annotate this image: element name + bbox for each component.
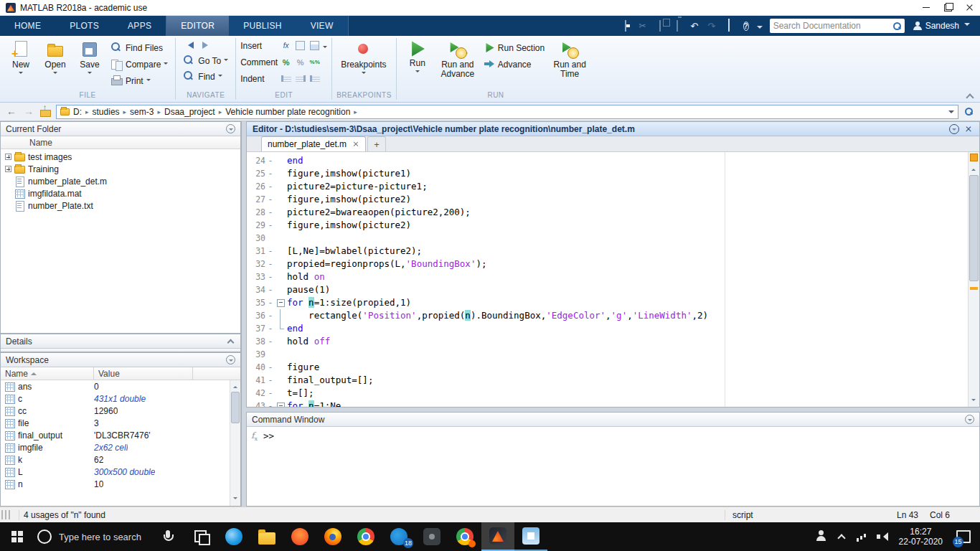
code-line[interactable]: 31-[L,Ne]=bwlabel(picture2);: [247, 245, 979, 258]
edge-icon[interactable]: [217, 522, 250, 551]
workspace-row[interactable]: final_output'DL3CBR7476': [1, 429, 240, 441]
scroll-down-icon[interactable]: [230, 495, 240, 506]
editor-scrollbar[interactable]: [968, 152, 979, 407]
run-and-time-button[interactable]: Run and Time: [549, 37, 590, 90]
forward-icon[interactable]: [22, 105, 36, 118]
code-analyzer-indicator[interactable]: [970, 154, 978, 161]
start-button[interactable]: [0, 522, 34, 551]
back-icon[interactable]: [183, 39, 196, 51]
run-and-advance-button[interactable]: Run and Advance: [435, 37, 480, 90]
clock[interactable]: 16:27 22-07-2020: [893, 527, 948, 547]
find-files-button[interactable]: Find Files: [108, 40, 171, 55]
workspace-row[interactable]: k62: [1, 453, 240, 466]
breadcrumb-segment[interactable]: Dsaa_project: [163, 107, 217, 117]
network-icon[interactable]: [853, 527, 870, 547]
fold-marker[interactable]: [275, 322, 287, 335]
scrollbar-thumb[interactable]: [231, 392, 240, 423]
code-line[interactable]: 29-figure,imshow(picture2): [247, 219, 979, 232]
fold-marker[interactable]: [275, 400, 287, 407]
up-one-level-icon[interactable]: [39, 105, 53, 118]
ribbon-tab-publish[interactable]: PUBLISH: [229, 16, 296, 36]
folder-item[interactable]: test images: [1, 151, 240, 163]
code-line[interactable]: 43-for n=1:Ne: [247, 400, 979, 407]
code-line[interactable]: 42-t=[];: [247, 387, 979, 400]
brave-icon[interactable]: [283, 522, 316, 551]
go-to-button[interactable]: Go To: [180, 53, 231, 68]
folder-item[interactable]: number_Plate.txt: [1, 199, 240, 212]
panel-menu-icon[interactable]: [965, 415, 974, 424]
smart-indent-icon[interactable]: [280, 72, 292, 85]
search-icon[interactable]: [893, 22, 901, 30]
help-icon[interactable]: [738, 19, 754, 33]
folder-search-button[interactable]: [961, 105, 976, 118]
scroll-up-icon[interactable]: [969, 164, 979, 174]
print-button[interactable]: Print: [108, 73, 171, 88]
breakpoints-button[interactable]: Breakpoints: [336, 37, 390, 90]
wrap-comments-icon[interactable]: [308, 56, 321, 68]
panel-menu-icon[interactable]: [226, 124, 235, 133]
user-menu[interactable]: Sandesh: [910, 21, 974, 31]
back-icon[interactable]: [4, 105, 19, 118]
camera-icon[interactable]: [415, 522, 448, 551]
scrollbar-thumb[interactable]: [969, 175, 979, 281]
new-tab-button[interactable]: [367, 136, 386, 151]
scroll-up-icon[interactable]: [230, 380, 240, 391]
new-button[interactable]: New: [4, 37, 37, 90]
breadcrumb-dropdown-chevron[interactable]: [948, 110, 954, 116]
warning-marker[interactable]: [970, 287, 978, 290]
editor-close-icon[interactable]: [963, 124, 974, 134]
file-explorer-icon[interactable]: [250, 522, 283, 551]
code-line[interactable]: 28-picture2=bwareaopen(picture2,200);: [247, 206, 979, 219]
insert-cell-icon[interactable]: [308, 39, 321, 52]
workspace-row[interactable]: L300x500 double: [1, 466, 240, 478]
close-tab-icon[interactable]: [352, 141, 359, 148]
photos-icon[interactable]: [514, 522, 547, 551]
run-section-button[interactable]: Run Section: [481, 40, 547, 55]
toolbar-options-chevron[interactable]: [757, 26, 763, 32]
workspace-scrollbar[interactable]: [230, 380, 240, 506]
expand-icon[interactable]: [5, 166, 11, 172]
workspace-row[interactable]: n10: [1, 478, 240, 490]
microphone-icon[interactable]: [151, 522, 184, 551]
restore-button[interactable]: [937, 0, 958, 15]
chrome-icon[interactable]: [349, 522, 382, 551]
command-window[interactable]: >>: [247, 427, 979, 506]
insert-section-icon[interactable]: [294, 39, 306, 52]
uncomment-icon[interactable]: [294, 56, 306, 68]
folder-item[interactable]: imgfildata.mat: [1, 187, 240, 199]
increase-indent-icon[interactable]: [294, 72, 306, 85]
code-line[interactable]: 37-end: [247, 322, 979, 335]
undo-icon[interactable]: [687, 19, 702, 33]
code-line[interactable]: 30: [247, 232, 979, 245]
taskbar-search[interactable]: Type here to search: [34, 522, 151, 551]
code-line[interactable]: 34-pause(1): [247, 283, 979, 296]
resize-grip[interactable]: [1, 510, 11, 519]
paste-icon[interactable]: [669, 19, 685, 33]
switch-window-icon[interactable]: [721, 19, 737, 33]
close-button[interactable]: [958, 0, 980, 15]
code-line[interactable]: 40-figure: [247, 361, 979, 374]
volume-icon[interactable]: [873, 527, 890, 547]
chrome-profile-icon[interactable]: [448, 522, 481, 551]
ribbon-tab-editor[interactable]: EDITOR: [166, 16, 229, 36]
save-icon[interactable]: [618, 19, 633, 33]
open-button[interactable]: Open: [39, 37, 72, 90]
fold-marker[interactable]: [275, 296, 287, 309]
scroll-down-icon[interactable]: [969, 397, 979, 407]
breadcrumb-segment[interactable]: D:: [72, 107, 83, 117]
fold-marker[interactable]: [275, 309, 287, 322]
minimize-button[interactable]: [915, 0, 937, 15]
editor-menu-icon[interactable]: [949, 124, 959, 134]
save-button[interactable]: Save: [73, 37, 106, 90]
code-line[interactable]: 27-figure,imshow(picture2): [247, 193, 979, 206]
cut-icon[interactable]: [635, 19, 651, 33]
collapse-details-chevron[interactable]: [225, 337, 235, 346]
function-hints-icon[interactable]: [251, 430, 258, 442]
redo-icon[interactable]: [704, 19, 720, 33]
insert-function-icon[interactable]: [280, 39, 292, 52]
code-line[interactable]: 26-picture2=picture-picture1;: [247, 180, 979, 193]
search-documentation-input[interactable]: [773, 21, 893, 31]
task-view-icon[interactable]: [184, 522, 217, 551]
workspace-row[interactable]: ans0: [1, 380, 240, 392]
ribbon-tab-view[interactable]: VIEW: [296, 16, 349, 36]
